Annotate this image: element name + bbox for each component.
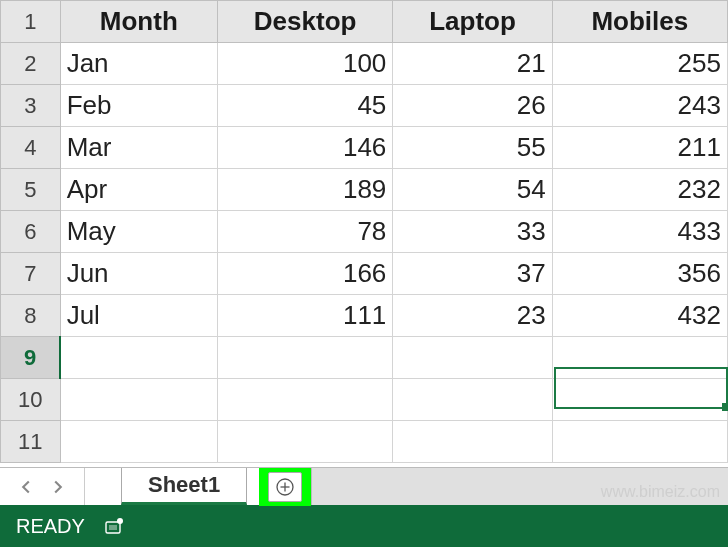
row-header[interactable]: 6 [1, 211, 61, 253]
cell[interactable]: 243 [552, 85, 727, 127]
cell[interactable]: 100 [217, 43, 392, 85]
cell[interactable] [552, 337, 727, 379]
cell[interactable] [393, 379, 552, 421]
sheet-nav-prev-icon[interactable] [12, 473, 40, 501]
cell[interactable]: 432 [552, 295, 727, 337]
row-header[interactable]: 10 [1, 379, 61, 421]
cell[interactable] [60, 379, 217, 421]
cell[interactable] [60, 337, 217, 379]
cell[interactable]: 146 [217, 127, 392, 169]
add-sheet-button[interactable] [268, 472, 302, 502]
cell[interactable] [552, 379, 727, 421]
svg-point-5 [117, 518, 123, 524]
cell[interactable]: 433 [552, 211, 727, 253]
cell[interactable]: Mar [60, 127, 217, 169]
cell[interactable]: 23 [393, 295, 552, 337]
cell[interactable] [552, 421, 727, 463]
cell[interactable]: 356 [552, 253, 727, 295]
cell[interactable] [60, 421, 217, 463]
column-header-desktop[interactable]: Desktop [217, 1, 392, 43]
sheet-nav-next-icon[interactable] [44, 473, 72, 501]
row-header-selected[interactable]: 9 [1, 337, 61, 379]
cell[interactable]: 54 [393, 169, 552, 211]
cell[interactable]: 33 [393, 211, 552, 253]
cell[interactable]: May [60, 211, 217, 253]
row-header[interactable]: 4 [1, 127, 61, 169]
cell[interactable]: 232 [552, 169, 727, 211]
cell[interactable]: 45 [217, 85, 392, 127]
cell[interactable]: 55 [393, 127, 552, 169]
cell[interactable] [217, 337, 392, 379]
tab-bar-spacer [311, 468, 728, 505]
column-header-mobiles[interactable]: Mobiles [552, 1, 727, 43]
cell[interactable]: 166 [217, 253, 392, 295]
cell[interactable]: Feb [60, 85, 217, 127]
cell[interactable]: Jun [60, 253, 217, 295]
row-header[interactable]: 2 [1, 43, 61, 85]
cell[interactable]: 255 [552, 43, 727, 85]
cell[interactable]: 26 [393, 85, 552, 127]
row-header[interactable]: 1 [1, 1, 61, 43]
macro-recording-icon[interactable] [103, 515, 125, 537]
cell[interactable]: Jan [60, 43, 217, 85]
cell[interactable] [393, 337, 552, 379]
sheet-tab-active[interactable]: Sheet1 [121, 468, 247, 505]
cell[interactable]: 37 [393, 253, 552, 295]
sheet-tab-bar: Sheet1 [0, 467, 728, 505]
cell[interactable]: Jul [60, 295, 217, 337]
plus-circle-icon [275, 477, 295, 497]
cell[interactable]: 189 [217, 169, 392, 211]
row-header[interactable]: 11 [1, 421, 61, 463]
row-header[interactable]: 7 [1, 253, 61, 295]
cell[interactable]: 211 [552, 127, 727, 169]
cell[interactable] [217, 421, 392, 463]
status-text: READY [16, 515, 85, 538]
row-header[interactable]: 3 [1, 85, 61, 127]
row-header[interactable]: 5 [1, 169, 61, 211]
status-bar: READY [0, 505, 728, 547]
row-header[interactable]: 8 [1, 295, 61, 337]
cell[interactable]: Apr [60, 169, 217, 211]
column-header-laptop[interactable]: Laptop [393, 1, 552, 43]
column-header-month[interactable]: Month [60, 1, 217, 43]
add-sheet-highlight [259, 468, 311, 506]
cell[interactable]: 78 [217, 211, 392, 253]
cell[interactable]: 111 [217, 295, 392, 337]
spreadsheet-grid[interactable]: 1 Month Desktop Laptop Mobiles 2 Jan 100… [0, 0, 728, 467]
cell[interactable] [393, 421, 552, 463]
cell[interactable]: 21 [393, 43, 552, 85]
cell[interactable] [217, 379, 392, 421]
svg-rect-4 [109, 525, 117, 530]
